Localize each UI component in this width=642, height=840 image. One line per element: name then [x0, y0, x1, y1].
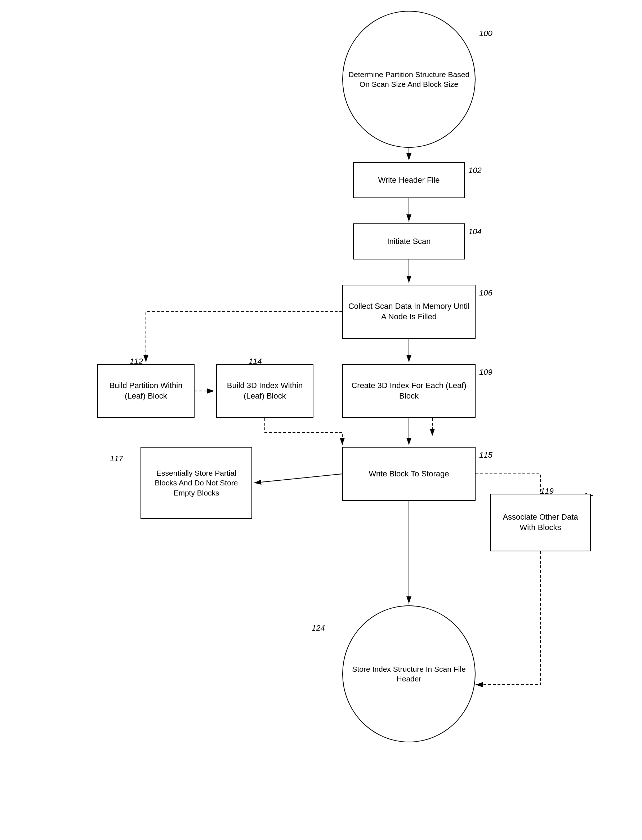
ref-124: 124: [311, 623, 325, 633]
svg-line-8: [254, 474, 342, 483]
ref-112: 112: [130, 357, 143, 366]
ref-104: 104: [469, 227, 481, 237]
node-124-label: Store Index Structure In Scan File Heade…: [343, 664, 475, 684]
node-100: Determine Partition Structure Based On S…: [342, 11, 475, 148]
node-100-label: Determine Partition Structure Based On S…: [343, 70, 475, 89]
node-109: Create 3D Index For Each (Leaf) Block: [342, 364, 475, 418]
node-119: Associate Other Data With Blocks: [490, 494, 591, 551]
diagram: Determine Partition Structure Based On S…: [0, 0, 642, 840]
ref-115: 115: [479, 451, 493, 460]
node-114: Build 3D Index Within (Leaf) Block: [216, 364, 313, 418]
node-109-label: Create 3D Index For Each (Leaf) Block: [347, 381, 471, 401]
ref-106: 106: [479, 288, 493, 298]
ref-114: 114: [249, 357, 262, 366]
node-115-label: Write Block To Storage: [369, 469, 449, 479]
ref-119: 119: [540, 486, 554, 496]
node-112: Build Partition Within (Leaf) Block: [97, 364, 195, 418]
arrows-layer: [0, 0, 642, 840]
node-102: Write Header File: [353, 162, 465, 198]
ref-100: 100: [479, 29, 493, 38]
node-102-label: Write Header File: [378, 175, 440, 186]
node-106: Collect Scan Data In Memory Until A Node…: [342, 285, 475, 339]
ref-102: 102: [469, 166, 481, 175]
ref-117: 117: [110, 454, 123, 464]
node-115: Write Block To Storage: [342, 447, 475, 501]
node-117: Essentially Store Partial Blocks And Do …: [141, 447, 252, 519]
ref-109: 109: [479, 368, 493, 377]
node-104: Initiate Scan: [353, 224, 465, 259]
node-119-label: Associate Other Data With Blocks: [494, 512, 587, 533]
node-112-label: Build Partition Within (Leaf) Block: [102, 381, 190, 401]
node-106-label: Collect Scan Data In Memory Until A Node…: [347, 301, 471, 322]
node-117-label: Essentially Store Partial Blocks And Do …: [145, 468, 248, 498]
node-114-label: Build 3D Index Within (Leaf) Block: [220, 381, 309, 401]
node-104-label: Initiate Scan: [387, 237, 431, 247]
node-124: Store Index Structure In Scan File Heade…: [342, 605, 475, 742]
